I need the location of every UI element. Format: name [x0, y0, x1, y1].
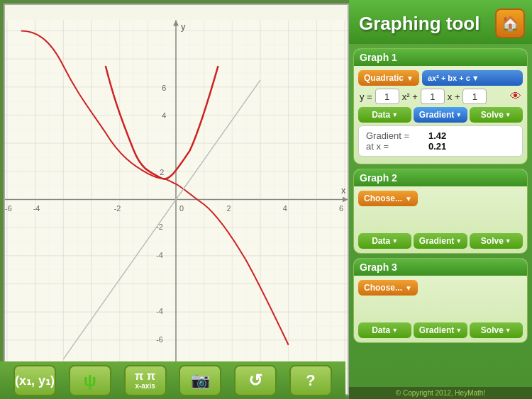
xaxis-button[interactable]: π π x-axis: [124, 365, 167, 396]
graph3-card: Graph 3 Choose... ▼ Data ▼: [353, 258, 528, 343]
help-icon: ?: [306, 373, 315, 388]
svg-text:-6: -6: [5, 204, 12, 213]
graph3-type-row: Choose... ▼: [358, 280, 523, 296]
svg-text:6: 6: [162, 84, 166, 92]
graph1-title: Graph 1: [360, 52, 397, 63]
coeff-b-input[interactable]: [421, 89, 445, 104]
home-icon: 🏠: [501, 15, 519, 32]
atx-result-label: at x =: [366, 141, 423, 152]
graph3-data-btn[interactable]: Data ▼: [358, 322, 411, 338]
data-arrow: ▼: [392, 111, 398, 118]
graph2-solve-btn[interactable]: Solve ▼: [470, 233, 523, 249]
graph1-type-row: Quadratic ▼ ax² + bx + c ▼: [358, 70, 523, 86]
graph2-choose-label: Choose...: [364, 193, 402, 203]
svg-text:4: 4: [162, 111, 166, 120]
xaxis-label: x-axis: [135, 382, 155, 390]
help-button[interactable]: ?: [289, 365, 332, 396]
atx-result-row: at x = 0.21: [366, 141, 515, 152]
graph2-card: Graph 2 Choose... ▼ Data ▼: [353, 169, 528, 254]
solve-label: Solve: [481, 110, 504, 120]
graph2-data-btn[interactable]: Data ▼: [358, 233, 411, 249]
graph1-action-row: Data ▼ Gradient ▼ Solve ▼: [358, 107, 523, 123]
graph2-type-row: Choose... ▼: [358, 191, 523, 206]
gradient-result-value: 1.42: [428, 130, 446, 141]
coords-button[interactable]: (x₁, y₁): [13, 365, 56, 396]
graph3-gradient-btn[interactable]: Gradient ▼: [414, 322, 467, 338]
gradient-arrow2: ▼: [455, 237, 462, 245]
eq-prefix: y =: [360, 91, 372, 102]
solve-arrow2: ▼: [505, 237, 511, 245]
home-button[interactable]: 🏠: [495, 9, 525, 38]
atx-result-value: 0.21: [428, 141, 446, 152]
svg-text:-2: -2: [114, 204, 121, 213]
svg-text:x: x: [341, 185, 346, 196]
graphs-container: Graph 1 Quadratic ▼ ax² + bx + c ▼: [349, 44, 532, 387]
graph1-type-dropdown[interactable]: Quadratic ▼: [358, 70, 419, 86]
solve-arrow3: ▼: [505, 327, 511, 334]
graph1-solve-btn[interactable]: Solve ▼: [470, 107, 523, 123]
graph3-header: Graph 3: [354, 259, 527, 276]
graph1-formula-arrow: ▼: [472, 74, 480, 82]
app-title: Graphing tool: [359, 13, 480, 35]
coords-icon: (x₁, y₁): [15, 374, 55, 387]
graph1-card: Graph 1 Quadratic ▼ ax² + bx + c ▼: [353, 48, 528, 164]
reset-button[interactable]: ↺: [234, 365, 277, 396]
graph1-gradient-btn[interactable]: Gradient ▼: [414, 107, 467, 123]
data-label2: Data: [372, 236, 390, 246]
equation-button[interactable]: ψ: [69, 365, 111, 396]
graph1-equation-row: y = x² + x + 👁: [358, 89, 523, 104]
graph2-header: Graph 2: [354, 169, 527, 186]
visibility-toggle[interactable]: 👁: [510, 90, 521, 103]
graph3-body: Choose... ▼ Data ▼ Gradient ▼: [354, 276, 527, 342]
graph2-gradient-btn[interactable]: Gradient ▼: [414, 233, 467, 249]
gradient-result-row: Gradient = 1.42: [366, 130, 515, 141]
graph1-type-label: Quadratic: [364, 73, 404, 83]
graph3-choose-arrow: ▼: [405, 284, 412, 292]
graph2-body: Choose... ▼ Data ▼ Gradient ▼: [354, 186, 527, 253]
gradient-label2: Gradient: [419, 236, 454, 246]
camera-button[interactable]: 📷: [179, 365, 221, 396]
svg-text:6: 6: [339, 204, 343, 213]
data-label3: Data: [372, 325, 390, 335]
graph3-choose-dropdown[interactable]: Choose... ▼: [358, 280, 418, 296]
left-panel: x y -6 -4 -2 0 2 4 6 6 4 2 -2 -4 -4: [0, 0, 349, 399]
gradient-arrow3: ▼: [455, 327, 462, 334]
graph2-title: Graph 2: [360, 172, 397, 184]
svg-text:-4: -4: [33, 204, 40, 213]
graph1-result-box: Gradient = 1.42 at x = 0.21: [358, 125, 523, 157]
camera-icon: 📷: [191, 373, 210, 388]
right-panel: Graphing tool 🏠 Graph 1 Quadratic ▼: [349, 0, 532, 399]
graph1-data-btn[interactable]: Data ▼: [358, 107, 411, 123]
svg-text:-4: -4: [156, 251, 163, 259]
reset-icon: ↺: [248, 372, 262, 389]
graph-canvas-area: x y -6 -4 -2 0 2 4 6 6 4 2 -2 -4 -4: [4, 4, 349, 395]
graph3-choose-label: Choose...: [364, 283, 402, 293]
solve-label3: Solve: [481, 325, 504, 335]
xaxis-icon: π π: [135, 371, 155, 382]
main-container: x y -6 -4 -2 0 2 4 6 6 4 2 -2 -4 -4: [0, 0, 532, 399]
graph3-solve-btn[interactable]: Solve ▼: [470, 322, 523, 338]
x2-label: x² +: [402, 91, 418, 102]
bottom-toolbar: (x₁, y₁) ψ π π x-axis 📷 ↺ ?: [0, 361, 345, 399]
graph1-formula-label: ax² + bx + c: [428, 74, 470, 82]
solve-arrow: ▼: [505, 111, 511, 118]
app-header: Graphing tool 🏠: [349, 0, 532, 44]
graph3-action-row: Data ▼ Gradient ▼ Solve ▼: [358, 322, 523, 338]
solve-label2: Solve: [481, 236, 504, 246]
coeff-c-input[interactable]: [462, 89, 487, 104]
graph2-choose-dropdown[interactable]: Choose... ▼: [358, 191, 418, 206]
graph1-type-arrow: ▼: [406, 74, 414, 82]
data-label: Data: [372, 110, 390, 120]
graph3-title: Graph 3: [360, 262, 397, 273]
gradient-result-label: Gradient =: [366, 130, 423, 141]
svg-text:-4: -4: [156, 307, 163, 315]
graph2-choose-arrow: ▼: [405, 195, 412, 203]
copyright-bar: © Copyright 2012, HeyMath!: [349, 387, 532, 399]
equation-icon: ψ: [84, 372, 96, 389]
copyright-text: © Copyright 2012, HeyMath!: [396, 389, 485, 397]
data-arrow2: ▼: [392, 237, 398, 245]
coeff-a-input[interactable]: [375, 89, 399, 104]
gradient-label: Gradient: [419, 110, 454, 120]
x-label: x +: [448, 91, 460, 102]
graph1-formula-dropdown[interactable]: ax² + bx + c ▼: [422, 70, 523, 86]
